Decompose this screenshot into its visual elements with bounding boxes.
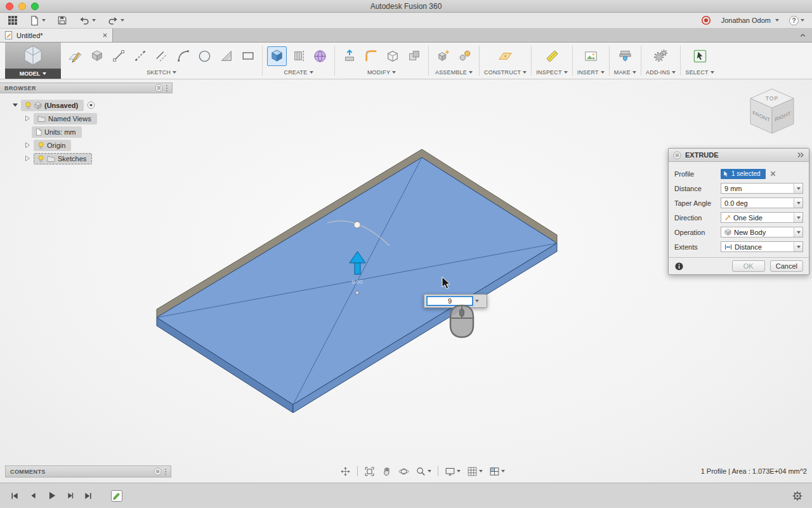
active-document-tab[interactable]: Untitled*	[0, 29, 113, 42]
press-pull-tool-icon[interactable]	[339, 46, 359, 66]
disclosure-open-icon[interactable]	[13, 104, 18, 107]
direction-select[interactable]: One Side	[721, 212, 803, 223]
taper-angle-dropdown-icon[interactable]	[794, 198, 802, 208]
operation-select[interactable]: New Body	[721, 227, 803, 237]
create-form-tool-icon[interactable]	[310, 46, 330, 66]
timeline-settings-button[interactable]	[790, 489, 804, 503]
disclosure-closed-icon[interactable]	[24, 142, 30, 149]
activate-component-radio-icon[interactable]	[87, 101, 95, 109]
fillet-tool-icon[interactable]	[361, 46, 381, 66]
extrude-dialog-titlebar[interactable]: EXTRUDE	[669, 149, 809, 162]
info-icon[interactable]	[674, 262, 684, 271]
display-settings-button[interactable]	[442, 464, 463, 478]
construct-menu[interactable]: CONSTRUCT	[484, 69, 527, 76]
disclosure-closed-icon[interactable]	[24, 115, 30, 122]
app-grid-button[interactable]	[8, 15, 18, 25]
sketch-dimension-icon[interactable]	[216, 46, 236, 66]
timeline-step-back-button[interactable]	[26, 489, 40, 503]
line-tool-icon[interactable]	[108, 46, 128, 66]
direction-dropdown-icon[interactable]	[794, 213, 802, 222]
window-zoom-button[interactable]	[31, 3, 39, 10]
distance-dropdown-icon[interactable]	[794, 184, 802, 193]
user-account-menu[interactable]: Jonathan Odom	[721, 17, 779, 24]
taper-angle-input[interactable]: 0.0 deg	[721, 197, 803, 208]
timeline-go-to-end-button[interactable]	[81, 489, 95, 503]
operation-dropdown-icon[interactable]	[794, 227, 802, 237]
create-sketch-icon[interactable]	[65, 46, 85, 66]
workspace-switcher[interactable]: MODEL	[5, 43, 61, 79]
zoom-button[interactable]	[413, 464, 434, 478]
dialog-expand-chevrons-icon[interactable]	[797, 152, 804, 158]
create-menu[interactable]: CREATE	[284, 69, 313, 76]
timeline-go-to-start-button[interactable]	[8, 489, 22, 503]
visibility-bulb-icon[interactable]	[25, 102, 32, 109]
taper-angle-handle[interactable]	[354, 222, 360, 228]
save-button[interactable]	[57, 15, 67, 25]
browser-item-sketches[interactable]: Sketches	[0, 152, 173, 165]
distance-flyout-dropdown-icon[interactable]	[475, 300, 479, 302]
new-design-button[interactable]	[29, 15, 46, 26]
addins-menu[interactable]: ADD-INS	[646, 69, 676, 76]
clear-selection-icon[interactable]	[769, 170, 776, 177]
orbit-button[interactable]	[396, 464, 412, 478]
profile-selected-badge[interactable]: 1 selected	[721, 169, 766, 179]
select-menu[interactable]: SELECT	[685, 69, 714, 76]
timeline-play-button[interactable]	[44, 489, 58, 503]
comments-menu-icon[interactable]	[154, 467, 162, 476]
window-close-button[interactable]	[6, 3, 13, 10]
scripts-addins-tool-icon[interactable]	[651, 46, 671, 66]
sketch-primitive-box-icon[interactable]	[87, 46, 107, 66]
construction-line-tool-icon[interactable]	[130, 46, 150, 66]
close-tab-icon[interactable]	[102, 32, 108, 38]
inspect-menu[interactable]: INSPECT	[536, 69, 567, 76]
insert-canvas-tool-icon[interactable]	[581, 46, 601, 66]
arc-tool-icon[interactable]	[173, 46, 193, 66]
fit-button[interactable]	[362, 464, 377, 478]
comments-grip-icon[interactable]	[165, 469, 166, 475]
rectangle-tool-icon[interactable]	[238, 46, 258, 66]
collapse-panel-chevron-icon[interactable]	[799, 32, 807, 39]
visibility-bulb-icon[interactable]	[37, 155, 44, 163]
select-tool-icon[interactable]	[690, 46, 710, 66]
revolve-tool-icon[interactable]	[289, 46, 308, 66]
view-cube[interactable]: TOP FRONT RIGHT	[745, 84, 799, 139]
browser-display-settings-icon[interactable]	[155, 84, 163, 92]
pan-hand-button[interactable]	[379, 464, 395, 478]
browser-header[interactable]: BROWSER	[0, 83, 173, 93]
insert-menu[interactable]: INSERT	[577, 69, 605, 76]
timeline-sketch-feature[interactable]	[110, 489, 124, 503]
timeline-step-forward-button[interactable]	[63, 489, 77, 503]
browser-item-named-views[interactable]: Named Views	[0, 112, 173, 125]
browser-item-origin[interactable]: Origin	[0, 138, 173, 152]
cancel-button[interactable]: Cancel	[770, 260, 803, 272]
grid-snaps-button[interactable]	[464, 464, 485, 478]
circle-tool-icon[interactable]	[195, 46, 214, 66]
browser-item-units[interactable]: Units: mm	[0, 125, 173, 138]
offset-line-tool-icon[interactable]	[152, 46, 171, 66]
redo-button[interactable]	[107, 15, 124, 25]
ok-button[interactable]: OK	[732, 260, 765, 272]
shell-tool-icon[interactable]	[383, 46, 402, 66]
extrude-tool-icon[interactable]	[267, 46, 287, 66]
dialog-menu-icon[interactable]	[673, 151, 681, 159]
help-menu[interactable]: ?	[789, 16, 804, 25]
browser-grip-icon[interactable]	[166, 85, 167, 91]
window-minimize-button[interactable]	[18, 3, 26, 10]
make-menu[interactable]: MAKE	[614, 69, 636, 76]
extents-dropdown-icon[interactable]	[794, 242, 802, 251]
measure-tool-icon[interactable]	[542, 46, 562, 66]
distance-input[interactable]: 9 mm	[721, 183, 803, 194]
extents-select[interactable]: Distance	[721, 241, 803, 252]
new-component-tool-icon[interactable]	[433, 46, 453, 66]
undo-button[interactable]	[79, 15, 96, 25]
3d-print-tool-icon[interactable]	[615, 46, 635, 66]
construction-plane-tool-icon[interactable]	[495, 46, 515, 66]
record-screencast-icon[interactable]	[701, 15, 711, 25]
modify-menu[interactable]: MODIFY	[367, 69, 396, 76]
visibility-bulb-icon[interactable]	[37, 142, 44, 149]
disclosure-closed-icon[interactable]	[24, 155, 30, 162]
comments-bar[interactable]: COMMENTS	[5, 465, 171, 478]
browser-item-root[interactable]: (Unsaved)	[0, 98, 173, 112]
joint-tool-icon[interactable]	[455, 46, 475, 66]
viewport[interactable]: 9.00 BROWSER (Unsaved) Name	[0, 79, 812, 483]
